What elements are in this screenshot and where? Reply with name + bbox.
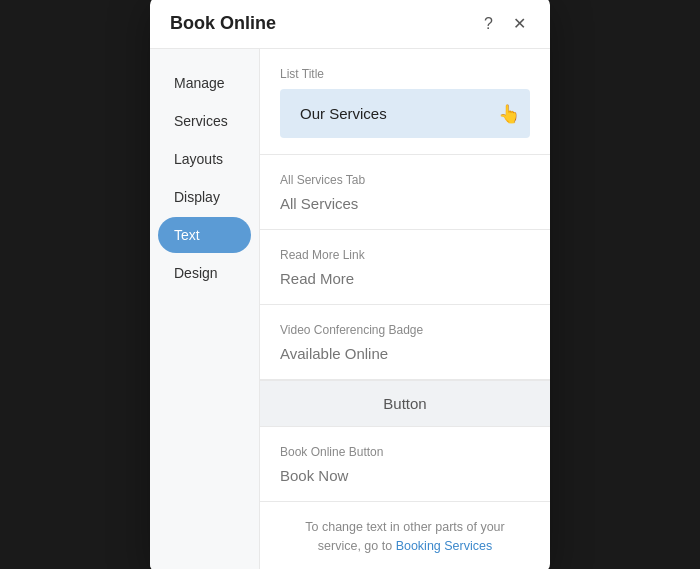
- close-button[interactable]: ✕: [509, 14, 530, 34]
- video-conferencing-badge-section: Video Conferencing Badge: [260, 305, 550, 380]
- sidebar: Manage Services Layouts Display Text Des…: [150, 49, 260, 569]
- sidebar-item-services[interactable]: Services: [158, 103, 251, 139]
- booking-services-link[interactable]: Booking Services: [396, 539, 493, 553]
- book-online-button-input[interactable]: [280, 467, 530, 484]
- all-services-tab-section: All Services Tab: [260, 155, 550, 230]
- book-online-button-section: Book Online Button: [260, 427, 550, 502]
- sidebar-item-text[interactable]: Text: [158, 217, 251, 253]
- list-title-label: List Title: [280, 67, 530, 81]
- cursor-hand-icon: 👆: [498, 103, 520, 125]
- content-area: List Title 👆 All Services Tab Read More …: [260, 49, 550, 569]
- sidebar-item-display[interactable]: Display: [158, 179, 251, 215]
- list-title-input[interactable]: [290, 97, 494, 130]
- all-services-tab-label: All Services Tab: [280, 173, 530, 187]
- sidebar-item-manage[interactable]: Manage: [158, 65, 251, 101]
- read-more-link-label: Read More Link: [280, 248, 530, 262]
- list-title-section: List Title 👆: [260, 49, 550, 155]
- modal-header: Book Online ? ✕: [150, 0, 550, 49]
- book-online-button-label: Book Online Button: [280, 445, 530, 459]
- video-conferencing-badge-input[interactable]: [280, 345, 530, 362]
- read-more-link-input[interactable]: [280, 270, 530, 287]
- sidebar-item-design[interactable]: Design: [158, 255, 251, 291]
- all-services-tab-input[interactable]: [280, 195, 530, 212]
- button-section-label: Button: [260, 380, 550, 427]
- modal-body: Manage Services Layouts Display Text Des…: [150, 49, 550, 569]
- modal-container: Book Online ? ✕ Manage Services Layouts …: [150, 0, 550, 569]
- video-conferencing-badge-label: Video Conferencing Badge: [280, 323, 530, 337]
- sidebar-item-layouts[interactable]: Layouts: [158, 141, 251, 177]
- header-icons: ? ✕: [480, 14, 530, 34]
- help-button[interactable]: ?: [480, 14, 497, 34]
- footer-note: To change text in other parts of your se…: [260, 502, 550, 569]
- modal-title: Book Online: [170, 13, 276, 34]
- read-more-link-section: Read More Link: [260, 230, 550, 305]
